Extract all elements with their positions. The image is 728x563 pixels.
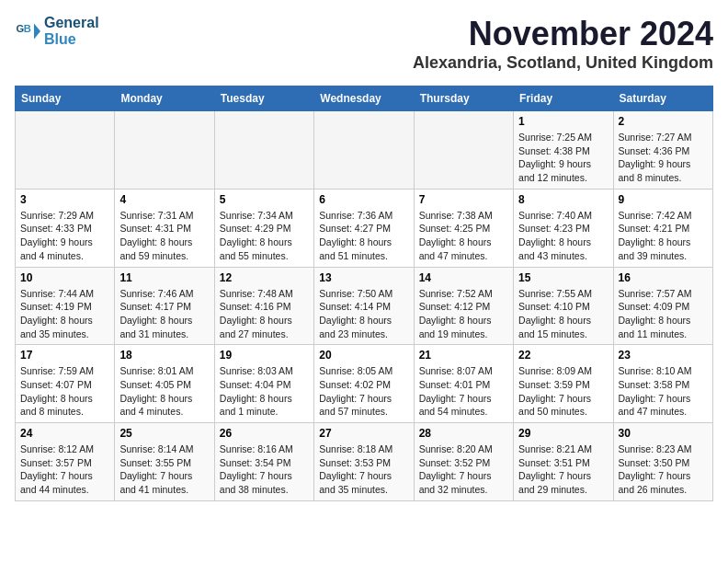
day-info: Sunrise: 7:40 AM Sunset: 4:23 PM Dayligh… xyxy=(518,209,608,263)
day-info: Sunrise: 7:29 AM Sunset: 4:33 PM Dayligh… xyxy=(20,209,109,263)
day-cell: 23Sunrise: 8:10 AM Sunset: 3:58 PM Dayli… xyxy=(613,345,712,423)
day-info: Sunrise: 8:21 AM Sunset: 3:51 PM Dayligh… xyxy=(518,442,608,497)
day-cell: 25Sunrise: 8:14 AM Sunset: 3:55 PM Dayli… xyxy=(115,423,214,501)
day-cell: 24Sunrise: 8:12 AM Sunset: 3:57 PM Dayli… xyxy=(16,423,115,501)
day-number: 18 xyxy=(119,349,209,362)
day-number: 21 xyxy=(419,349,508,362)
day-info: Sunrise: 7:42 AM Sunset: 4:21 PM Dayligh… xyxy=(619,209,708,263)
day-cell xyxy=(414,111,513,190)
day-number: 11 xyxy=(119,271,209,284)
day-cell: 26Sunrise: 8:16 AM Sunset: 3:54 PM Dayli… xyxy=(214,423,313,501)
logo-line2: Blue xyxy=(44,31,99,48)
day-info: Sunrise: 8:09 AM Sunset: 3:59 PM Dayligh… xyxy=(518,364,608,419)
day-cell xyxy=(314,111,414,190)
week-row-4: 24Sunrise: 8:12 AM Sunset: 3:57 PM Dayli… xyxy=(16,423,713,501)
logo: G B General Blue xyxy=(15,15,99,47)
day-number: 1 xyxy=(518,115,608,128)
day-number: 30 xyxy=(619,427,708,440)
day-info: Sunrise: 8:10 AM Sunset: 3:58 PM Dayligh… xyxy=(619,364,708,419)
day-info: Sunrise: 8:05 AM Sunset: 4:02 PM Dayligh… xyxy=(319,364,408,419)
day-cell: 20Sunrise: 8:05 AM Sunset: 4:02 PM Dayli… xyxy=(314,345,414,423)
day-number: 3 xyxy=(20,193,109,206)
location-title: Alexandria, Scotland, United Kingdom xyxy=(413,53,713,73)
day-number: 13 xyxy=(319,271,408,284)
day-number: 10 xyxy=(20,271,109,284)
month-title: November 2024 xyxy=(413,15,713,53)
day-cell: 4Sunrise: 7:31 AM Sunset: 4:31 PM Daylig… xyxy=(115,189,214,267)
day-cell: 22Sunrise: 8:09 AM Sunset: 3:59 PM Dayli… xyxy=(514,345,613,423)
day-cell: 28Sunrise: 8:20 AM Sunset: 3:52 PM Dayli… xyxy=(414,423,513,501)
svg-text:G: G xyxy=(16,23,24,34)
header-friday: Friday xyxy=(514,86,613,111)
day-info: Sunrise: 7:55 AM Sunset: 4:10 PM Dayligh… xyxy=(518,287,608,341)
day-cell: 10Sunrise: 7:44 AM Sunset: 4:19 PM Dayli… xyxy=(16,267,115,345)
day-info: Sunrise: 7:27 AM Sunset: 4:36 PM Dayligh… xyxy=(619,131,708,185)
day-info: Sunrise: 7:36 AM Sunset: 4:27 PM Dayligh… xyxy=(319,209,408,263)
week-row-0: 1Sunrise: 7:25 AM Sunset: 4:38 PM Daylig… xyxy=(16,111,713,190)
day-cell: 12Sunrise: 7:48 AM Sunset: 4:16 PM Dayli… xyxy=(214,267,313,345)
day-info: Sunrise: 8:01 AM Sunset: 4:05 PM Dayligh… xyxy=(119,364,209,419)
day-number: 6 xyxy=(319,193,408,206)
day-info: Sunrise: 7:46 AM Sunset: 4:17 PM Dayligh… xyxy=(119,287,209,341)
day-info: Sunrise: 8:07 AM Sunset: 4:01 PM Dayligh… xyxy=(419,364,508,419)
svg-marker-2 xyxy=(34,23,40,39)
header-row: SundayMondayTuesdayWednesdayThursdayFrid… xyxy=(16,86,713,111)
day-info: Sunrise: 7:25 AM Sunset: 4:38 PM Dayligh… xyxy=(518,131,608,185)
day-cell: 1Sunrise: 7:25 AM Sunset: 4:38 PM Daylig… xyxy=(514,111,613,190)
day-cell: 3Sunrise: 7:29 AM Sunset: 4:33 PM Daylig… xyxy=(16,189,115,267)
day-number: 15 xyxy=(518,271,608,284)
day-info: Sunrise: 8:18 AM Sunset: 3:53 PM Dayligh… xyxy=(319,442,408,497)
day-number: 12 xyxy=(220,271,309,284)
calendar-body: 1Sunrise: 7:25 AM Sunset: 4:38 PM Daylig… xyxy=(16,111,713,501)
day-number: 22 xyxy=(518,349,608,362)
logo-icon: G B xyxy=(15,18,40,44)
day-number: 27 xyxy=(319,427,408,440)
day-info: Sunrise: 7:52 AM Sunset: 4:12 PM Dayligh… xyxy=(419,287,508,341)
day-number: 23 xyxy=(619,349,708,362)
day-number: 5 xyxy=(220,193,309,206)
day-info: Sunrise: 7:31 AM Sunset: 4:31 PM Dayligh… xyxy=(119,209,209,263)
header-wednesday: Wednesday xyxy=(314,86,414,111)
day-cell: 21Sunrise: 8:07 AM Sunset: 4:01 PM Dayli… xyxy=(414,345,513,423)
day-number: 7 xyxy=(419,193,508,206)
day-info: Sunrise: 8:12 AM Sunset: 3:57 PM Dayligh… xyxy=(20,442,109,497)
day-number: 26 xyxy=(220,427,309,440)
day-info: Sunrise: 7:34 AM Sunset: 4:29 PM Dayligh… xyxy=(220,209,309,263)
day-cell xyxy=(115,111,214,190)
day-cell: 17Sunrise: 7:59 AM Sunset: 4:07 PM Dayli… xyxy=(16,345,115,423)
day-cell: 14Sunrise: 7:52 AM Sunset: 4:12 PM Dayli… xyxy=(414,267,513,345)
header-sunday: Sunday xyxy=(16,86,115,111)
week-row-3: 17Sunrise: 7:59 AM Sunset: 4:07 PM Dayli… xyxy=(16,345,713,423)
header-thursday: Thursday xyxy=(414,86,513,111)
day-cell: 9Sunrise: 7:42 AM Sunset: 4:21 PM Daylig… xyxy=(613,189,712,267)
day-info: Sunrise: 7:50 AM Sunset: 4:14 PM Dayligh… xyxy=(319,287,408,341)
day-info: Sunrise: 7:59 AM Sunset: 4:07 PM Dayligh… xyxy=(20,364,109,419)
header-tuesday: Tuesday xyxy=(214,86,313,111)
day-info: Sunrise: 8:23 AM Sunset: 3:50 PM Dayligh… xyxy=(619,442,708,497)
day-cell: 30Sunrise: 8:23 AM Sunset: 3:50 PM Dayli… xyxy=(613,423,712,501)
day-cell: 18Sunrise: 8:01 AM Sunset: 4:05 PM Dayli… xyxy=(115,345,214,423)
day-number: 16 xyxy=(619,271,708,284)
day-info: Sunrise: 8:16 AM Sunset: 3:54 PM Dayligh… xyxy=(220,442,309,497)
day-number: 25 xyxy=(119,427,209,440)
day-cell: 11Sunrise: 7:46 AM Sunset: 4:17 PM Dayli… xyxy=(115,267,214,345)
day-number: 9 xyxy=(619,193,708,206)
header-saturday: Saturday xyxy=(613,86,712,111)
svg-text:B: B xyxy=(24,23,31,34)
day-info: Sunrise: 7:48 AM Sunset: 4:16 PM Dayligh… xyxy=(220,287,309,341)
day-number: 29 xyxy=(518,427,608,440)
day-cell xyxy=(16,111,115,190)
day-cell: 19Sunrise: 8:03 AM Sunset: 4:04 PM Dayli… xyxy=(214,345,313,423)
day-number: 28 xyxy=(419,427,508,440)
header-monday: Monday xyxy=(115,86,214,111)
day-number: 4 xyxy=(119,193,209,206)
day-cell: 8Sunrise: 7:40 AM Sunset: 4:23 PM Daylig… xyxy=(514,189,613,267)
day-cell: 29Sunrise: 8:21 AM Sunset: 3:51 PM Dayli… xyxy=(514,423,613,501)
day-number: 14 xyxy=(419,271,508,284)
logo-line1: General xyxy=(44,15,99,31)
day-info: Sunrise: 8:14 AM Sunset: 3:55 PM Dayligh… xyxy=(119,442,209,497)
day-number: 8 xyxy=(518,193,608,206)
day-cell: 7Sunrise: 7:38 AM Sunset: 4:25 PM Daylig… xyxy=(414,189,513,267)
day-cell: 15Sunrise: 7:55 AM Sunset: 4:10 PM Dayli… xyxy=(514,267,613,345)
day-number: 17 xyxy=(20,349,109,362)
